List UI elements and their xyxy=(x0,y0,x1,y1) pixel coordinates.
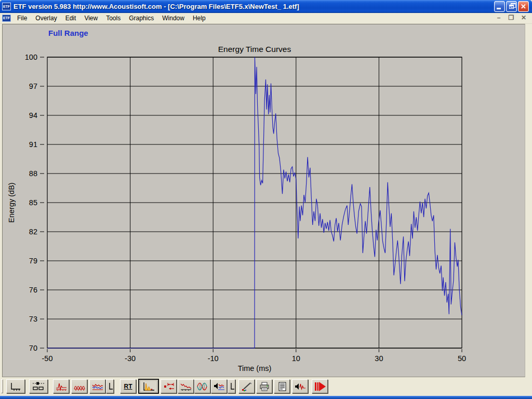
panels-icon xyxy=(32,381,45,392)
close-button[interactable]: ✕ xyxy=(518,1,529,12)
window-controls: ✕ xyxy=(494,1,529,12)
toolbar-sine-waves[interactable] xyxy=(194,379,210,393)
menu-window[interactable]: Window xyxy=(158,14,189,23)
y-tick-label: 100 xyxy=(25,53,37,61)
menu-tools[interactable]: Tools xyxy=(102,14,125,23)
x-tick-label: -30 xyxy=(125,354,136,363)
y-tick-label: 94 xyxy=(29,111,37,119)
x-axis-label: Time (ms) xyxy=(238,364,272,373)
printer-icon xyxy=(258,381,271,392)
toolbar-gate-markers[interactable] xyxy=(161,379,177,393)
mdi-controls: – ❐ ✕ xyxy=(495,15,528,22)
pencil-icon xyxy=(241,381,253,392)
toolbar-marker-pencil[interactable] xyxy=(238,379,255,393)
menu-graphics[interactable]: Graphics xyxy=(125,14,158,23)
window-title: ETF version 5.983 http://www.Acoustisoft… xyxy=(14,3,494,10)
x-tick-label: 50 xyxy=(458,354,466,363)
spectra-icon xyxy=(91,381,104,392)
document-icon[interactable]: ETF xyxy=(2,15,11,22)
mdi-close-button[interactable]: ✕ xyxy=(520,15,528,22)
toolbar-rt-analysis-label: RT xyxy=(124,383,132,390)
y-tick-label: 70 xyxy=(29,344,37,352)
close-icon: ✕ xyxy=(518,2,528,11)
toolbar-report[interactable] xyxy=(274,379,290,393)
impulse-icon xyxy=(55,381,68,392)
restore-button[interactable] xyxy=(506,1,517,12)
title-bar: ETF ETF version 5.983 http://www.Acousti… xyxy=(0,0,532,13)
view-range-label: Full Range xyxy=(48,29,88,37)
y-tick-label: 91 xyxy=(29,140,37,149)
x-tick-label: 10 xyxy=(292,354,300,363)
chart-title: Energy Time Curves xyxy=(218,45,291,54)
toolbar: RT xyxy=(0,377,532,396)
menu-bar: ETF FileOverlayEditViewToolsGraphicsWind… xyxy=(0,13,532,24)
toolbar-energy-time-curve[interactable] xyxy=(138,379,159,394)
menu-view[interactable]: View xyxy=(80,14,102,23)
corner-icon xyxy=(229,381,235,392)
toolbar-axis-corner-a[interactable] xyxy=(106,379,114,393)
restore-icon xyxy=(509,5,514,9)
toolbar-print[interactable] xyxy=(256,379,272,393)
x-tick-label: -10 xyxy=(208,354,219,363)
menu-file[interactable]: File xyxy=(13,14,31,23)
x-tick-label: 30 xyxy=(375,354,383,363)
menu-help[interactable]: Help xyxy=(189,14,210,23)
client-area: 70737679828588919497100-50-30-10103050En… xyxy=(2,24,525,377)
window-bottom-border xyxy=(0,396,532,399)
y-tick-label: 88 xyxy=(29,169,37,178)
toolbar-speaker-impulse[interactable] xyxy=(292,379,308,393)
gate-icon xyxy=(163,381,175,392)
toolbar-display-setup[interactable] xyxy=(29,379,48,393)
y-tick-label: 76 xyxy=(29,286,37,294)
toolbar-spectra-overlay[interactable] xyxy=(89,379,105,393)
mdi-minimize-button[interactable]: – xyxy=(495,15,503,22)
toolbar-axis-corner-b[interactable] xyxy=(228,379,235,393)
y-tick-label: 79 xyxy=(29,257,37,265)
mdi-restore-button[interactable]: ❐ xyxy=(507,15,515,22)
menu-overlay[interactable]: Overlay xyxy=(31,14,61,23)
menu-edit[interactable]: Edit xyxy=(61,14,81,23)
toolbar-speaker-response[interactable] xyxy=(211,379,227,393)
y-tick-label: 73 xyxy=(29,315,37,323)
corner-icon xyxy=(107,381,113,392)
humps-icon xyxy=(73,381,86,392)
app-icon: ETF xyxy=(2,3,11,10)
y-tick-label: 82 xyxy=(29,228,37,236)
toolbar-axes-scale[interactable] xyxy=(6,379,25,393)
toolbar-frequency-response[interactable] xyxy=(71,379,87,393)
toolbar-impulse-response[interactable] xyxy=(53,379,69,393)
sines-icon xyxy=(196,381,209,392)
toolbar-rt-analysis[interactable]: RT xyxy=(120,379,136,393)
etc-chart-svg: 70737679828588919497100-50-30-10103050En… xyxy=(3,24,525,377)
x-tick-label: -50 xyxy=(42,354,53,363)
minimize-button[interactable] xyxy=(494,1,505,12)
play-icon xyxy=(313,381,327,392)
etc-icon xyxy=(141,381,156,392)
menu-items: FileOverlayEditViewToolsGraphicsWindowHe… xyxy=(13,13,495,23)
toolbar-decay-curve[interactable] xyxy=(178,379,194,393)
y-tick-label: 97 xyxy=(29,82,37,90)
report-icon xyxy=(276,381,288,392)
y-axis-label: Energy (dB) xyxy=(7,182,16,222)
minimize-icon xyxy=(497,8,501,9)
app-window: ETF ETF version 5.983 http://www.Acousti… xyxy=(0,0,532,399)
axes-icon xyxy=(9,381,22,392)
decay-icon xyxy=(180,381,192,392)
toolbar-gripper[interactable] xyxy=(1,379,3,393)
speakerlines-icon xyxy=(213,381,225,392)
toolbar-play-measurement[interactable] xyxy=(312,379,328,393)
y-tick-label: 85 xyxy=(29,198,37,207)
speakerimpulse-icon xyxy=(294,381,307,392)
